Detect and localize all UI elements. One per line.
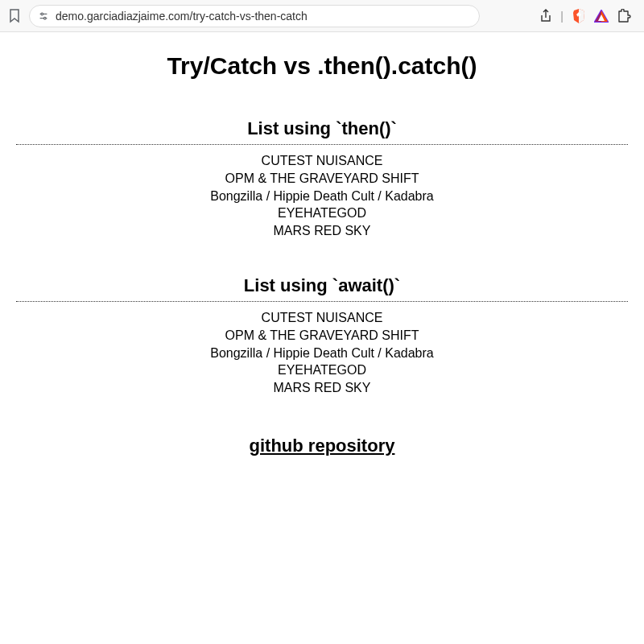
list-item: MARS RED SKY bbox=[16, 223, 628, 240]
brave-shields-icon[interactable] bbox=[572, 8, 586, 24]
section-title-then: List using `then()` bbox=[16, 118, 628, 139]
list-item: EYEHATEGOD bbox=[16, 362, 628, 379]
divider bbox=[16, 144, 628, 145]
separator: | bbox=[560, 10, 564, 23]
svg-point-3 bbox=[43, 17, 46, 19]
toolbar-right: | bbox=[539, 8, 638, 24]
list-item: Bongzilla / Hippie Death Cult / Kadabra bbox=[16, 345, 628, 362]
list-then: CUTEST NUISANCE OPM & THE GRAVEYARD SHIF… bbox=[16, 153, 628, 240]
github-repository-link[interactable]: github repository bbox=[250, 436, 395, 456]
page-content: Try/Catch vs .then().catch() List using … bbox=[0, 32, 644, 477]
url-bar[interactable]: demo.garciadiazjaime.com/try-catch-vs-th… bbox=[29, 5, 480, 27]
browser-toolbar: demo.garciadiazjaime.com/try-catch-vs-th… bbox=[0, 0, 644, 32]
page-title: Try/Catch vs .then().catch() bbox=[16, 52, 628, 80]
divider bbox=[16, 301, 628, 302]
bat-rewards-icon[interactable] bbox=[594, 10, 609, 23]
list-await: CUTEST NUISANCE OPM & THE GRAVEYARD SHIF… bbox=[16, 310, 628, 397]
list-item: EYEHATEGOD bbox=[16, 205, 628, 222]
list-item: CUTEST NUISANCE bbox=[16, 310, 628, 327]
section-title-await: List using `await()` bbox=[16, 275, 628, 296]
list-item: MARS RED SKY bbox=[16, 380, 628, 397]
share-icon[interactable] bbox=[539, 9, 552, 23]
page-settings-icon[interactable] bbox=[38, 10, 49, 22]
list-item: OPM & THE GRAVEYARD SHIFT bbox=[16, 328, 628, 345]
list-item: OPM & THE GRAVEYARD SHIFT bbox=[16, 171, 628, 188]
bookmark-icon[interactable] bbox=[6, 8, 23, 24]
list-item: Bongzilla / Hippie Death Cult / Kadabra bbox=[16, 188, 628, 205]
svg-point-1 bbox=[41, 13, 43, 15]
list-item: CUTEST NUISANCE bbox=[16, 153, 628, 170]
url-text: demo.garciadiazjaime.com/try-catch-vs-th… bbox=[56, 10, 471, 23]
extensions-icon[interactable] bbox=[617, 9, 631, 23]
